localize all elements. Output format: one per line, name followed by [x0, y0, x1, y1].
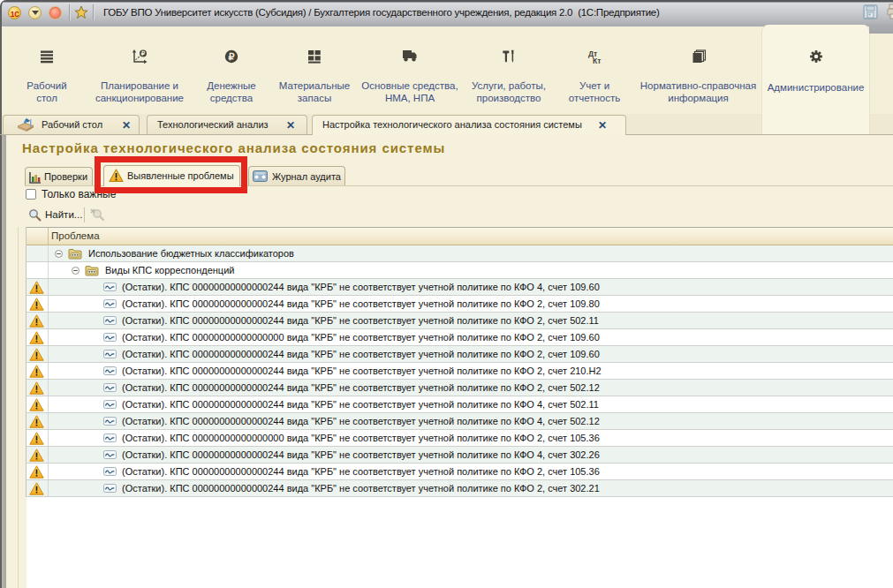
svg-text:₽: ₽ [229, 51, 235, 62]
svg-text:Кт: Кт [593, 57, 601, 64]
svg-text:₽: ₽ [141, 50, 146, 57]
